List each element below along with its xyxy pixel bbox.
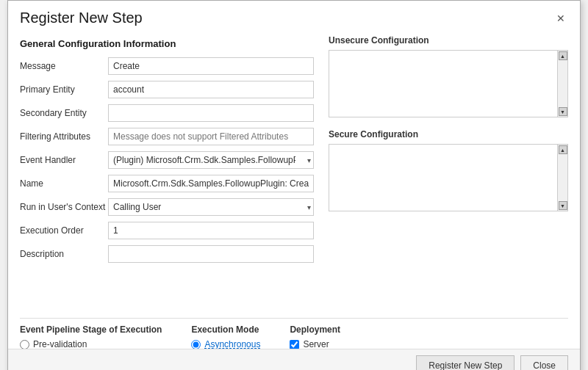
run-context-select[interactable]: Calling User <box>108 198 314 216</box>
run-context-wrapper: Calling User ▾ <box>108 198 314 216</box>
unsecure-config-textarea[interactable] <box>329 51 557 117</box>
primary-entity-row: Primary Entity <box>20 80 314 99</box>
secure-config-title: Secure Configuration <box>329 129 568 139</box>
footer: Register New Step Close <box>8 349 580 370</box>
secure-config-box: ▲ ▼ <box>329 144 568 211</box>
server-row: Server <box>290 339 340 349</box>
dialog: Register New Step ✕ General Configuratio… <box>7 0 581 370</box>
execution-order-input[interactable] <box>108 222 314 239</box>
run-context-label: Run in User's Context <box>20 202 108 212</box>
name-input[interactable] <box>108 175 314 192</box>
right-panel: Unsecure Configuration ▲ ▼ Secure Config… <box>329 35 568 268</box>
event-handler-label: Event Handler <box>20 155 108 165</box>
event-handler-row: Event Handler (Plugin) Microsoft.Crm.Sdk… <box>20 150 314 170</box>
description-label: Description <box>20 249 108 259</box>
secondary-entity-label: Secondary Entity <box>20 108 108 118</box>
event-handler-wrapper: (Plugin) Microsoft.Crm.Sdk.Samples.Follo… <box>108 151 314 169</box>
primary-entity-input[interactable] <box>108 81 314 98</box>
register-new-step-button[interactable]: Register New Step <box>416 355 514 371</box>
message-label: Message <box>20 61 108 71</box>
pre-validation-row: Pre-validation <box>20 339 162 349</box>
run-context-row: Run in User's Context Calling User ▾ <box>20 197 314 217</box>
pre-validation-radio[interactable] <box>20 340 29 349</box>
filtering-label: Filtering Attributes <box>20 131 108 142</box>
name-row: Name <box>20 174 314 193</box>
message-input[interactable] <box>108 57 314 75</box>
title-bar: Register New Step ✕ <box>8 1 580 29</box>
asynchronous-radio[interactable] <box>191 340 201 349</box>
asynchronous-row: Asynchronous <box>191 339 260 349</box>
execution-order-label: Execution Order <box>20 225 108 236</box>
left-panel: General Configuration Information Messag… <box>20 35 314 268</box>
filtering-input[interactable] <box>108 128 314 145</box>
name-label: Name <box>20 178 108 189</box>
secondary-entity-row: Secondary Entity <box>20 104 314 123</box>
secure-config-block: Secure Configuration ▲ ▼ <box>329 129 568 211</box>
message-row: Message <box>20 57 314 76</box>
unsecure-config-box: ▲ ▼ <box>329 50 568 117</box>
execution-mode-title: Execution Mode <box>191 324 260 335</box>
server-label: Server <box>303 339 329 349</box>
unsecure-config-title: Unsecure Configuration <box>329 35 568 46</box>
unsecure-scroll-down[interactable]: ▼ <box>559 107 567 116</box>
stage-title: Event Pipeline Stage of Execution <box>20 324 162 335</box>
close-button[interactable]: Close <box>520 355 568 371</box>
execution-order-row: Execution Order <box>20 221 314 240</box>
description-row: Description <box>20 244 314 264</box>
deployment-title: Deployment <box>290 324 340 335</box>
description-input[interactable] <box>108 245 314 263</box>
secure-scroll-up[interactable]: ▲ <box>559 145 567 154</box>
server-checkbox[interactable] <box>290 340 299 349</box>
pre-validation-label: Pre-validation <box>33 339 87 349</box>
secure-scroll-down[interactable]: ▼ <box>559 201 567 210</box>
dialog-title: Register New Step <box>20 10 143 26</box>
unsecure-config-block: Unsecure Configuration ▲ ▼ <box>329 35 568 117</box>
title-close-button[interactable]: ✕ <box>553 11 568 26</box>
asynchronous-label: Asynchronous <box>204 339 260 349</box>
filtering-row: Filtering Attributes <box>20 127 314 146</box>
event-handler-select[interactable]: (Plugin) Microsoft.Crm.Sdk.Samples.Follo… <box>108 151 314 169</box>
unsecure-scroll-up[interactable]: ▲ <box>559 51 567 60</box>
secure-scrollbar: ▲ ▼ <box>557 145 567 211</box>
unsecure-scrollbar: ▲ ▼ <box>557 51 567 117</box>
dialog-body: General Configuration Information Messag… <box>8 29 580 312</box>
primary-entity-label: Primary Entity <box>20 84 108 95</box>
divider <box>20 318 568 319</box>
secondary-entity-input[interactable] <box>108 104 314 122</box>
general-config-title: General Configuration Information <box>20 38 314 49</box>
secure-config-textarea[interactable] <box>329 145 557 211</box>
